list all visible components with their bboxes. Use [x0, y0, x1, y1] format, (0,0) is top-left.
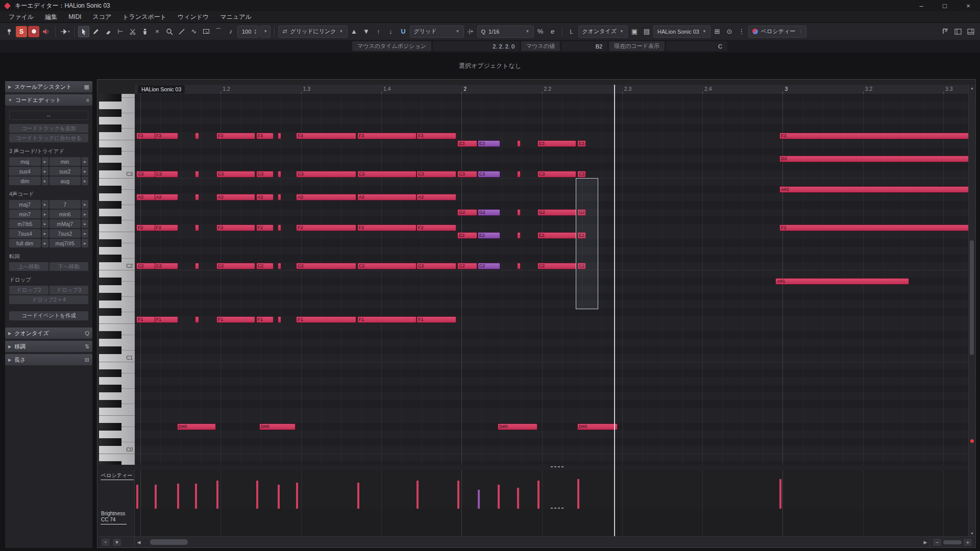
velocity-bar[interactable]	[195, 484, 197, 509]
velocity-bar[interactable]	[779, 479, 781, 509]
chord-sus2-arrow-icon[interactable]: ▶	[82, 167, 88, 176]
select-tool-button[interactable]	[78, 26, 89, 37]
chord-sus2-button[interactable]: sus2	[50, 167, 81, 176]
glue-tool-button[interactable]	[139, 26, 151, 37]
lane-resize-handle[interactable]	[551, 466, 564, 467]
piano-key-black[interactable]	[99, 186, 121, 193]
menu-file[interactable]: ファイル	[3, 13, 39, 21]
chord-maj7s5-button[interactable]: maj7/#5	[50, 239, 81, 247]
velocity-bar[interactable]	[278, 485, 280, 509]
quantize-link-dropdown[interactable]: クオンタイズ ▼	[578, 26, 628, 38]
lane-divider[interactable]	[99, 465, 975, 470]
midi-note[interactable]	[195, 224, 199, 231]
midi-note[interactable]: G2	[457, 209, 477, 216]
window-zones-button[interactable]	[952, 26, 964, 37]
midi-note[interactable]	[517, 140, 521, 147]
chord-fulldim-button[interactable]: full dim	[9, 239, 41, 247]
velocity-lane[interactable]	[135, 470, 968, 509]
midi-note[interactable]: F2	[216, 224, 255, 231]
midi-note[interactable]	[517, 263, 521, 269]
scroll-right-icon[interactable]: ▶	[921, 537, 929, 547]
midi-note[interactable]: F1	[296, 316, 356, 323]
midi-note[interactable]: F2	[256, 224, 274, 231]
chord-m7b5-arrow-icon[interactable]: ▶	[42, 219, 48, 228]
midi-note[interactable]: F1	[416, 316, 456, 323]
section-chord-editing[interactable]: ▼ コードエディット ≡	[5, 94, 92, 106]
midi-note[interactable]: E3	[537, 140, 576, 147]
chord-maj7-button[interactable]: maj7	[9, 200, 41, 209]
velocity-bar[interactable]	[457, 481, 459, 509]
piano-key-black[interactable]	[99, 255, 121, 262]
velocity-bar[interactable]	[216, 481, 218, 509]
midi-note[interactable]	[195, 133, 199, 139]
chord-m7b5-button[interactable]: m7/b5	[9, 219, 41, 228]
scroll-down-icon[interactable]: ▼	[969, 530, 975, 536]
section-length[interactable]: ▶ 長さ ⊟	[5, 354, 92, 365]
chord-min-button[interactable]: min	[50, 157, 81, 166]
midi-note[interactable]: E2	[457, 232, 477, 239]
velocity-bar[interactable]	[357, 483, 359, 509]
midi-note[interactable]: C3	[478, 171, 501, 178]
midi-note[interactable]: C3	[256, 171, 274, 178]
nudge-start-right-button[interactable]: ▼	[361, 26, 372, 37]
menu-transport[interactable]: トランスポート	[117, 13, 172, 21]
midi-note[interactable]	[278, 316, 281, 323]
midi-note[interactable]: F3	[256, 133, 274, 139]
piano-key-black[interactable]	[99, 461, 121, 465]
piano-key-black[interactable]	[99, 346, 121, 354]
section-transpose[interactable]: ▶ 移調 ⇅	[5, 341, 92, 352]
scroll-left-icon[interactable]: ◀	[135, 537, 143, 547]
move-up-inversion-button[interactable]: 上へ移動	[9, 262, 48, 271]
timeline-ruler[interactable]: 1.21.31.422.22.32.433.23.3	[135, 85, 968, 94]
chord-sus4-button[interactable]: sus4	[9, 167, 41, 176]
piano-key-black[interactable]	[99, 385, 121, 392]
menu-midi[interactable]: MIDI	[63, 13, 87, 20]
midi-note[interactable]	[195, 194, 199, 201]
note-grid[interactable]: F3F3F3F3F3F3F3C3C3C3C3C3C3C3A2A2A2A2A2A2…	[135, 94, 968, 465]
midi-note[interactable]: E3	[457, 140, 477, 147]
erase-tool-button[interactable]	[103, 26, 114, 37]
vertical-scrollbar[interactable]: ▲ ▼	[968, 85, 975, 536]
midi-note[interactable]: C2	[357, 263, 416, 269]
chord-7sus2-button[interactable]: 7sus2	[50, 229, 81, 238]
midi-note[interactable]	[278, 194, 281, 201]
chord-mmaj7-arrow-icon[interactable]: ▶	[82, 219, 88, 228]
piano-key-black[interactable]	[99, 308, 121, 316]
midi-note[interactable]: F2	[155, 224, 178, 231]
chord-maj-arrow-icon[interactable]: ▶	[42, 157, 48, 166]
menu-manual[interactable]: マニュアル	[214, 13, 257, 21]
add-chord-track-button[interactable]: コードトラックを追加	[9, 124, 88, 133]
velocity-bar[interactable]	[296, 483, 298, 509]
hscroll-track[interactable]	[143, 537, 921, 547]
chord-7sus4-button[interactable]: 7sus4	[9, 229, 41, 238]
piano-key-black[interactable]	[99, 423, 121, 431]
drop2-4-button[interactable]: ドロップ2 + 4	[9, 295, 88, 304]
velocity-bar[interactable]	[136, 485, 138, 509]
chord-aug-arrow-icon[interactable]: ▶	[82, 177, 88, 185]
midi-note[interactable]: A#2	[779, 186, 968, 193]
velocity-bar[interactable]	[256, 481, 258, 509]
midi-note[interactable]: F1	[155, 316, 178, 323]
part-selector-dropdown[interactable]: HALion Sonic 03 ▼	[653, 26, 710, 38]
midi-note[interactable]	[517, 171, 521, 178]
midi-note[interactable]: E2	[537, 232, 576, 239]
zoom-in-button[interactable]: +	[964, 539, 972, 546]
midi-note[interactable]: F3	[155, 133, 178, 139]
midi-note[interactable]: G2	[478, 209, 501, 216]
move-down-button[interactable]: ↓	[385, 26, 397, 37]
chord-min-arrow-icon[interactable]: ▶	[82, 157, 88, 166]
hscroll-thumb[interactable]	[150, 539, 188, 545]
horizontal-scrollbar[interactable]: + ▼ ◀ ▶ − +	[99, 536, 975, 547]
cc-lane[interactable]	[135, 509, 968, 536]
midi-note[interactable]: C2	[155, 263, 178, 269]
chord-7-button[interactable]: 7	[50, 200, 81, 209]
velocity-lane-head[interactable]: ベロシティー	[99, 470, 135, 509]
midi-note[interactable]: C3	[577, 171, 586, 178]
insert-length-dropdown[interactable]: ▼	[260, 26, 271, 38]
piano-key-black[interactable]	[99, 147, 121, 155]
midi-note[interactable]	[278, 133, 281, 139]
match-chord-track-button[interactable]: コードトラックに合わせる	[9, 134, 88, 142]
midi-note[interactable]	[278, 263, 281, 269]
midi-note[interactable]: F1	[357, 316, 416, 323]
chord-maj-button[interactable]: maj	[9, 157, 41, 166]
